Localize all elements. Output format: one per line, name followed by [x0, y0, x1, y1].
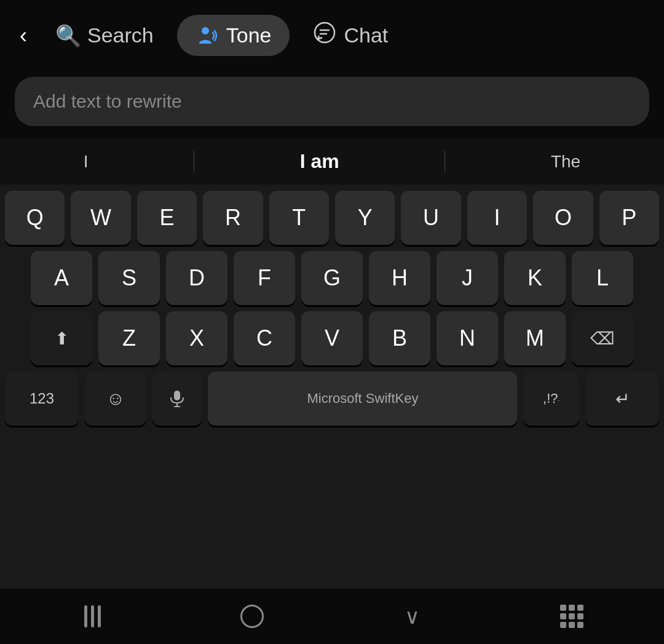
key-emoji[interactable]: ☺: [85, 372, 146, 426]
key-Q[interactable]: Q: [5, 191, 65, 245]
top-nav: ‹ 🔍 Search Tone Chat: [0, 0, 664, 71]
search-label: Search: [87, 23, 154, 47]
key-row-2: A S D F G H J K L: [5, 251, 659, 305]
key-O[interactable]: O: [533, 191, 593, 245]
chat-nav-button[interactable]: Chat: [302, 15, 399, 56]
key-Y[interactable]: Y: [335, 191, 395, 245]
back-button-nav[interactable]: ∨: [387, 598, 437, 635]
suggestion-3[interactable]: The: [539, 148, 593, 175]
key-G[interactable]: G: [301, 251, 363, 305]
svg-point-0: [202, 27, 209, 34]
tone-icon: [196, 24, 219, 47]
key-K[interactable]: K: [504, 251, 566, 305]
back-button[interactable]: ‹: [15, 20, 32, 52]
multitask-icon: [84, 605, 101, 627]
key-C[interactable]: C: [234, 311, 295, 365]
divider-2: [445, 151, 445, 173]
key-spacebar[interactable]: Microsoft SwiftKey: [208, 372, 517, 426]
key-J[interactable]: J: [437, 251, 498, 305]
text-input-area[interactable]: Add text to rewrite: [15, 77, 649, 126]
key-U[interactable]: U: [401, 191, 460, 245]
keyboard-switcher-button[interactable]: [547, 598, 596, 635]
key-row-1: Q W E R T Y U I O P: [5, 191, 659, 245]
key-A[interactable]: A: [31, 251, 92, 305]
suggestion-1[interactable]: I: [71, 148, 101, 175]
bottom-nav: ∨: [0, 589, 664, 644]
chevron-down-icon: ∨: [405, 604, 420, 629]
key-X[interactable]: X: [166, 311, 227, 365]
key-E[interactable]: E: [137, 191, 197, 245]
key-punctuation[interactable]: ,!?.: [523, 372, 579, 426]
home-icon: [240, 605, 264, 628]
chat-label: Chat: [344, 23, 388, 47]
key-mic[interactable]: [152, 372, 202, 426]
key-F[interactable]: F: [234, 251, 295, 305]
key-W[interactable]: W: [71, 191, 130, 245]
tone-label: Tone: [226, 23, 272, 47]
key-D[interactable]: D: [166, 251, 227, 305]
search-icon: 🔍: [55, 23, 81, 48]
key-I[interactable]: I: [467, 191, 527, 245]
suggestion-2[interactable]: I am: [288, 146, 352, 177]
svg-rect-4: [174, 391, 180, 400]
key-H[interactable]: H: [369, 251, 430, 305]
key-R[interactable]: R: [203, 191, 263, 245]
key-M[interactable]: M: [504, 311, 566, 365]
home-button[interactable]: [227, 598, 277, 635]
key-B[interactable]: B: [369, 311, 430, 365]
divider-1: [194, 151, 194, 173]
spacebar-label: Microsoft SwiftKey: [307, 391, 419, 407]
keyboard: Q W E R T Y U I O P A S D F G H J K L ⬆ …: [0, 185, 664, 589]
keyboard-grid-icon: [560, 605, 583, 628]
key-123[interactable]: 123: [5, 372, 79, 426]
text-input-placeholder: Add text to rewrite: [33, 91, 182, 112]
key-Z[interactable]: Z: [98, 311, 160, 365]
key-N[interactable]: N: [437, 311, 498, 365]
chat-icon: [313, 21, 336, 50]
search-nav-button[interactable]: 🔍 Search: [44, 17, 165, 54]
return-key[interactable]: ↵: [585, 372, 659, 426]
multitask-button[interactable]: [68, 598, 117, 635]
key-P[interactable]: P: [599, 191, 659, 245]
key-T[interactable]: T: [269, 191, 329, 245]
suggestions-bar: I I am The: [0, 138, 664, 185]
key-row-3: ⬆ Z X C V B N M ⌫: [5, 311, 659, 365]
key-row-4: 123 ☺ Microsoft SwiftKey ,!?. ↵: [5, 372, 659, 426]
key-V[interactable]: V: [301, 311, 363, 365]
key-L[interactable]: L: [572, 251, 633, 305]
shift-key[interactable]: ⬆: [31, 311, 92, 365]
key-S[interactable]: S: [98, 251, 160, 305]
tone-nav-button[interactable]: Tone: [177, 15, 290, 56]
backspace-key[interactable]: ⌫: [572, 311, 633, 365]
